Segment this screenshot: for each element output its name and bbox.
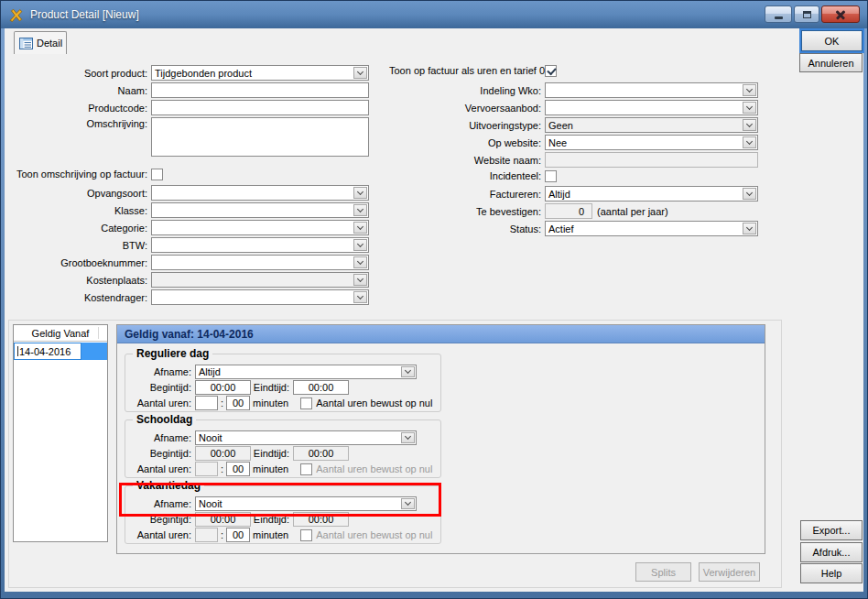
op-website-select[interactable]: Nee [545,135,758,150]
aantal-uren-label: Aantal uren: [125,529,195,540]
vakantiedag-uren-input [195,528,218,542]
dropdown-arrow-icon[interactable] [743,223,756,234]
reguliere-minuten-input[interactable]: 00 [226,396,250,410]
maximize-icon[interactable] [794,5,819,23]
grootboeknummer-select[interactable] [151,255,369,270]
verwijderen-button[interactable]: Verwijderen [699,562,760,582]
validity-section: Geldig Vanaf 14-04-2016 Geldig vanaf: 14… [8,320,782,588]
factureren-select[interactable]: Altijd [545,186,758,201]
dropdown-arrow-icon[interactable] [353,291,367,303]
form-right-column: Toon op factuur als uren en tarief 0: In… [389,64,774,238]
minimize-icon[interactable] [765,5,792,23]
tab-detail-label: Detail [37,38,62,49]
te-bevestigen-suffix: (aantal per jaar) [597,206,668,217]
vervoersaanbod-select[interactable] [545,100,758,115]
eindtijd-label: Eindtijd: [251,514,293,525]
website-naam-input [545,152,758,168]
kostendrager-select[interactable] [151,289,369,305]
opvangsoort-select[interactable] [151,185,369,201]
vakantiedag-minuten-input: 00 [226,528,250,542]
dropdown-arrow-icon[interactable] [743,119,756,131]
reguliere-afname-select[interactable]: Altijd [195,365,417,379]
dropdown-arrow-icon[interactable] [353,239,367,251]
ok-button[interactable]: OK [801,30,863,51]
close-icon[interactable] [821,5,860,23]
dropdown-arrow-icon[interactable] [743,84,756,96]
geldig-vanaf-edit-cell[interactable]: 14-04-2016 [14,343,81,360]
dropdown-arrow-icon[interactable] [401,498,415,509]
soort-product-select[interactable]: Tijdgebonden product [151,65,369,81]
dropdown-arrow-icon[interactable] [353,256,367,268]
afname-label: Afname: [125,432,195,443]
incidenteel-checkbox[interactable] [545,170,557,182]
uitvoeringstype-label: Uitvoeringstype: [389,120,545,131]
omschrijving-textarea[interactable] [151,117,369,157]
schooldag-afname-select[interactable]: Nooit [195,430,417,445]
geldig-vanaf-list[interactable]: Geldig Vanaf 14-04-2016 [13,324,108,542]
nul-label: Aantal uren bewust op nul [316,463,432,474]
klasse-select[interactable] [151,202,369,218]
dropdown-arrow-icon[interactable] [353,187,367,199]
reguliere-nul-checkbox[interactable] [300,398,312,409]
reguliere-eindtijd-input[interactable]: 00:00 [293,380,349,395]
dropdown-arrow-icon[interactable] [401,366,415,377]
productcode-input[interactable] [151,100,369,115]
aantal-uren-label: Aantal uren: [125,398,195,408]
status-select[interactable]: Actief [545,221,758,236]
minuten-label: minuten [253,529,288,540]
uren-minuten-separator: : [221,463,223,474]
categorie-label: Categorie: [8,223,151,234]
vervoersaanbod-label: Vervoersaanbod: [389,103,545,114]
dropdown-arrow-icon[interactable] [401,432,415,443]
dropdown-arrow-icon[interactable] [353,67,367,79]
uitvoeringstype-select[interactable]: Geen [545,117,758,133]
schooldag-begintijd-input: 00:00 [195,446,251,461]
vakantiedag-afname-select[interactable]: Nooit [195,496,417,511]
categorie-select[interactable] [151,220,369,235]
schooldag-title: Schooldag [133,413,196,426]
afname-label: Afname: [125,366,195,377]
dropdown-arrow-icon[interactable] [353,222,367,234]
dropdown-arrow-icon[interactable] [353,204,367,216]
product-detail-dialog: Product Detail [Nieuw] Detail OK Annuler… [0,0,868,599]
dropdown-arrow-icon[interactable] [743,102,756,114]
indeling-wko-select[interactable] [545,82,758,98]
dropdown-arrow-icon[interactable] [743,136,756,148]
dropdown-arrow-icon[interactable] [353,274,367,286]
btw-label: BTW: [8,240,151,251]
panel-title: Geldig vanaf: 14-04-2016 [117,325,765,343]
reguliere-uren-input[interactable] [195,396,218,410]
titlebar[interactable]: Product Detail [Nieuw] [1,1,867,28]
vakantiedag-begintijd-input: 00:00 [195,512,251,527]
toon-omschrijving-label: Toon omschrijving op factuur: [8,169,151,180]
splits-button[interactable]: Splits [635,562,691,582]
te-bevestigen-input: 0 [545,203,592,219]
grootboeknummer-label: Grootboeknummer: [8,257,151,268]
form-left-column: Soort product: Tijdgebonden product Naam… [8,65,374,307]
afname-label: Afname: [125,498,195,509]
annuleren-button[interactable]: Annuleren [799,53,863,72]
opvangsoort-label: Opvangsoort: [8,188,151,199]
schooldag-nul-checkbox[interactable] [300,463,312,475]
kostenplaats-select[interactable] [151,272,369,288]
minuten-label: minuten [253,463,288,474]
vakantiedag-nul-checkbox[interactable] [300,529,312,541]
reguliere-dag-group: Reguliere dag Afname: Altijd Begintijd: … [125,354,441,412]
kostendrager-label: Kostendrager: [8,292,151,303]
naam-input[interactable] [151,82,369,98]
tab-detail[interactable]: Detail [14,31,67,54]
incidenteel-label: Incidenteel: [389,170,545,181]
reguliere-begintijd-input[interactable]: 00:00 [195,380,251,395]
dropdown-arrow-icon[interactable] [743,188,756,200]
btw-select[interactable] [151,237,369,253]
begintijd-label: Begintijd: [125,382,195,393]
toon-op-factuur-checkbox[interactable] [545,65,557,77]
afdruk-button[interactable]: Afdruk... [800,542,863,562]
toon-omschrijving-checkbox[interactable] [151,169,163,180]
schooldag-group: Schooldag Afname: Nooit Begintijd: 00:00… [125,419,441,478]
list-item[interactable]: 14-04-2016 [14,343,107,360]
help-button[interactable]: Help [800,563,863,583]
export-button[interactable]: Export... [800,520,863,540]
kostenplaats-label: Kostenplaats: [8,275,151,286]
vakantiedag-group: Vakantiedag Afname: Nooit Begintijd: 00:… [125,485,441,544]
